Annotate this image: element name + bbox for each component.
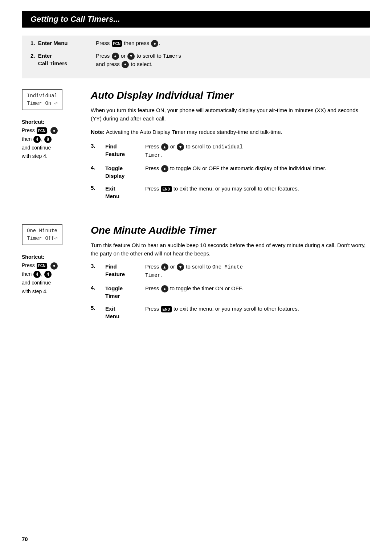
down-icon-1: ▼ [127, 53, 135, 60]
fcn-icon-2: FCN [37, 127, 47, 134]
section-1-heading: Auto Display Individual Timer [91, 89, 370, 102]
page: Getting to Call Timers... 1. Enter Menu … [0, 0, 392, 553]
substep-content-3a: Press ▲ or ▼ to scroll to IndividualTime… [145, 143, 370, 159]
substep-content-5b: Press END to exit the menu, or you may s… [145, 305, 370, 313]
lcd-box-1: Individual Timer On ⏎ [22, 89, 62, 110]
substep-content-3b: Press ▲ or ▼ to scroll to One MinuteTime… [145, 263, 370, 279]
num-4-badge-1: 4 [33, 136, 41, 143]
shortcut-box-1: Shortcut: Press FCN, ● then 4, 8 and con… [22, 119, 58, 161]
divider [22, 216, 370, 216]
substep-label-5b: ExitMenu [105, 305, 145, 320]
shortcut-box-2: Shortcut: Press FCN, ● then 4, 4 and con… [22, 254, 58, 296]
section-1: Individual Timer On ⏎ Shortcut: Press FC… [22, 89, 370, 205]
section-1-body: When you turn this feature ON, your phon… [91, 106, 370, 123]
num-4-badge-2: 4 [33, 271, 41, 278]
substep-2-4: 4. ToggleTimer Press ● to toggle the tim… [91, 284, 370, 300]
select-icon-4: ● [161, 165, 168, 172]
up-icon-2: ▲ [161, 143, 168, 151]
select-icon-1: ● [151, 40, 158, 47]
substep-content-4b: Press ● to toggle the timer ON or OFF. [145, 284, 370, 293]
down-icon-3: ▼ [177, 263, 184, 271]
end-icon-2: END [161, 306, 172, 312]
substep-label-3b: FindFeature [105, 263, 145, 278]
section-2-right: One Minute Audible Timer Turn this featu… [91, 224, 370, 325]
page-number: 70 [22, 536, 28, 542]
intro-steps-area: 1. Enter Menu Press FCN then press ●. 2.… [22, 36, 370, 78]
substep-num-4b: 4. [91, 284, 105, 291]
step-row-1: 1. Enter Menu Press FCN then press ●. [30, 39, 362, 48]
up-icon-3: ▲ [161, 263, 168, 271]
individual-timer-mono: IndividualTimer [145, 144, 243, 158]
select-icon-6: ● [161, 285, 168, 292]
substep-num-3a: 3. [91, 143, 105, 149]
substep-num-5b: 5. [91, 305, 105, 311]
fcn-icon: FCN [112, 40, 122, 47]
section-2-body: Turn this feature ON to hear an audible … [91, 241, 370, 258]
lcd-box-2: One Minute Timer Off⏎ [22, 224, 62, 245]
substep-content-5a: Press END to exit the menu, or you may s… [145, 185, 370, 193]
shortcut-2-content: Press FCN, ● then 4, 4 and continue with… [22, 261, 58, 296]
section-2-heading: One Minute Audible Timer [91, 224, 370, 237]
substep-num-5a: 5. [91, 185, 105, 191]
step-2-label: 2. Enter Call Timers [30, 52, 96, 67]
substep-label-4a: ToggleDisplay [105, 164, 145, 180]
up-icon-1: ▲ [112, 53, 119, 60]
section-2-substeps: 3. FindFeature Press ▲ or ▼ to scroll to… [91, 263, 370, 320]
select-icon-5: ● [50, 262, 58, 270]
substep-content-4a: Press ● to toggle ON or OFF the automati… [145, 164, 370, 173]
step-1-content: Press FCN then press ●. [96, 39, 362, 48]
substep-2-3: 3. FindFeature Press ▲ or ▼ to scroll to… [91, 263, 370, 279]
select-icon-2: ● [122, 61, 129, 68]
down-icon-2: ▼ [177, 143, 184, 151]
one-minute-timer-mono: One MinuteTimer [145, 264, 243, 278]
shortcut-1-content: Press FCN, ● then 4, 8 and continue with… [22, 126, 58, 161]
substep-num-3b: 3. [91, 263, 105, 269]
note-bold-1: Note: [91, 129, 105, 135]
step-2-content: Press ▲ or ▼ to scroll to Timers and pre… [96, 52, 362, 69]
header-title: Getting to Call Timers... [30, 15, 120, 24]
end-icon-1: END [161, 186, 172, 192]
substep-num-4a: 4. [91, 164, 105, 171]
substep-label-3a: FindFeature [105, 143, 145, 158]
fcn-icon-3: FCN [37, 263, 47, 269]
select-icon-3: ● [50, 127, 58, 134]
section-1-left: Individual Timer On ⏎ Shortcut: Press FC… [22, 89, 83, 161]
substep-1-5: 5. ExitMenu Press END to exit the menu, … [91, 185, 370, 200]
note-rest-1: Activating the Auto Display Timer may re… [105, 129, 282, 135]
substep-label-5a: ExitMenu [105, 185, 145, 200]
timers-mono: Timers [163, 53, 181, 59]
section-2: One Minute Timer Off⏎ Shortcut: Press FC… [22, 224, 370, 325]
step-row-2: 2. Enter Call Timers Press ▲ or ▼ to scr… [30, 52, 362, 69]
section-1-note: Note: Activating the Auto Display Timer … [91, 128, 370, 136]
substep-1-3: 3. FindFeature Press ▲ or ▼ to scroll to… [91, 143, 370, 159]
num-8-badge: 8 [44, 136, 52, 143]
substep-1-4: 4. ToggleDisplay Press ● to toggle ON or… [91, 164, 370, 180]
substep-2-5: 5. ExitMenu Press END to exit the menu, … [91, 305, 370, 320]
section-2-left: One Minute Timer Off⏎ Shortcut: Press FC… [22, 224, 83, 296]
num-4-badge-3: 4 [44, 271, 52, 278]
shortcut-2-label: Shortcut: [22, 254, 58, 260]
section-1-substeps: 3. FindFeature Press ▲ or ▼ to scroll to… [91, 143, 370, 200]
header-banner: Getting to Call Timers... [22, 11, 370, 28]
substep-label-4b: ToggleTimer [105, 284, 145, 300]
step-1-label: 1. Enter Menu [30, 39, 96, 47]
shortcut-1-label: Shortcut: [22, 119, 58, 125]
section-1-right: Auto Display Individual Timer When you t… [91, 89, 370, 205]
